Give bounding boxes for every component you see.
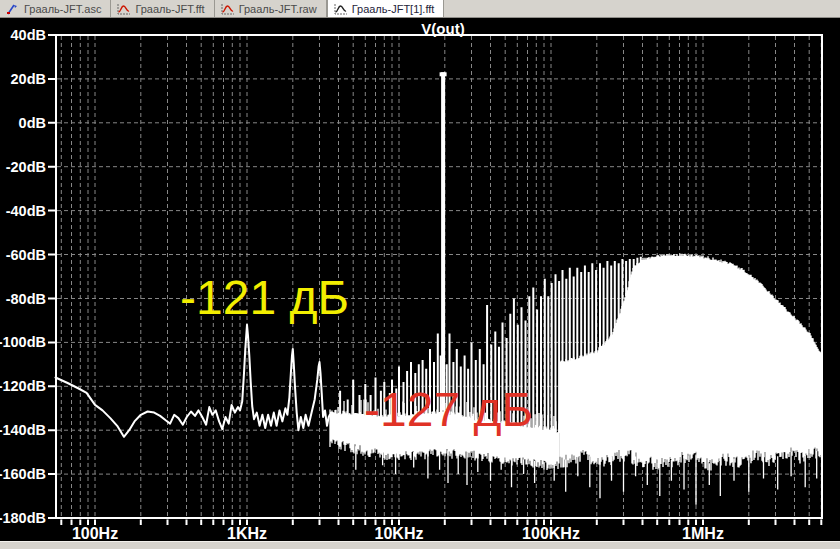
carrier-spike-cap [440, 72, 447, 76]
tab-fft[interactable]: Грааль-JFT.fft [111, 0, 214, 17]
svg-text:-100dB: -100dB [0, 334, 46, 350]
svg-text:-80dB: -80dB [6, 291, 46, 307]
fft-plot-area[interactable]: 40dB20dB0dB-20dB-40dB-60dB-80dB-100dB-12… [0, 18, 840, 549]
svg-text:100KHz: 100KHz [522, 525, 580, 542]
svg-text:100Hz: 100Hz [72, 525, 118, 542]
annotation-noise-level: -127 дБ [364, 386, 533, 434]
svg-text:1KHz: 1KHz [227, 525, 267, 542]
svg-text:0dB: 0dB [19, 115, 46, 131]
tab-raw[interactable]: Грааль-JFT.raw [215, 0, 327, 17]
svg-text:-160dB: -160dB [0, 466, 46, 482]
x-axis-labels: 100Hz1KHz10KHz100KHz1MHz [72, 525, 724, 542]
annotation-harmonic-level: -121 дБ [180, 274, 349, 322]
tab-bar: Грааль-JFT.asc Грааль-JFT.fft Грааль-JFT… [0, 0, 840, 18]
tab-label: Грааль-JFT.raw [239, 3, 317, 15]
svg-text:40dB: 40dB [11, 27, 46, 43]
svg-text:-40dB: -40dB [6, 203, 46, 219]
waveform-icon [221, 3, 235, 15]
svg-text:-20dB: -20dB [6, 159, 46, 175]
svg-text:-60dB: -60dB [6, 247, 46, 263]
waveform-icon [117, 3, 131, 15]
svg-text:10KHz: 10KHz [375, 525, 424, 542]
svg-text:1MHz: 1MHz [682, 525, 724, 542]
svg-text:-140dB: -140dB [0, 422, 46, 438]
waveform-icon [334, 3, 348, 15]
tab-asc[interactable]: Грааль-JFT.asc [0, 0, 111, 17]
spectrum-trace [56, 325, 330, 437]
svg-text:20dB: 20dB [11, 71, 46, 87]
svg-text:-180dB: -180dB [0, 510, 46, 526]
svg-text:-120dB: -120dB [0, 378, 46, 394]
ltspice-window: Грааль-JFT.asc Грааль-JFT.fft Грааль-JFT… [0, 0, 840, 549]
tab-label: Грааль-JFT.asc [24, 3, 101, 15]
tab-label: Грааль-JFT[1].fft [352, 3, 435, 15]
status-bar [0, 541, 840, 549]
tab-fft-1[interactable]: Грааль-JFT[1].fft [327, 0, 445, 17]
schematic-icon [6, 3, 20, 15]
tab-label: Грааль-JFT.fft [135, 3, 204, 15]
y-axis-labels: 40dB20dB0dB-20dB-40dB-60dB-80dB-100dB-12… [0, 27, 46, 526]
